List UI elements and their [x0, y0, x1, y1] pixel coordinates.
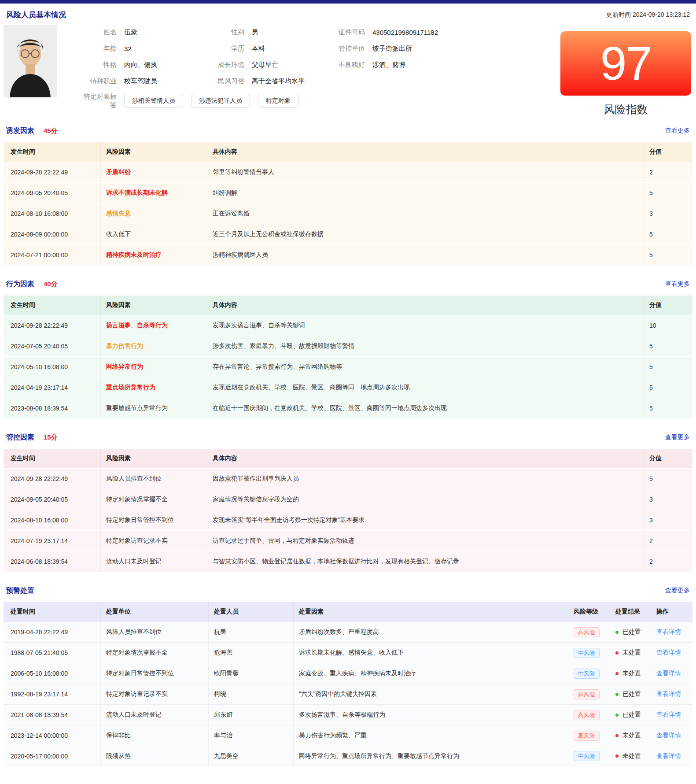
status-dot-icon: [615, 651, 619, 655]
cell-time: 2006-05-10 16:08:00: [4, 663, 100, 684]
field-label: 证件号码: [327, 28, 365, 37]
column-header: 风险因素: [100, 142, 207, 162]
section-title: 诱发因素: [6, 126, 34, 136]
cell-risk-level: 高风险: [568, 705, 610, 725]
table-row: 1988-07-05 21:40:05特定对象情况掌握不全危海善诉求长期未化解、…: [4, 642, 692, 663]
section-score: 45分: [44, 127, 58, 135]
risk-level-badge: 高风险: [574, 710, 600, 720]
view-detail-link[interactable]: 查看详情: [656, 752, 681, 760]
status-dot-icon: [615, 714, 619, 717]
update-time-value: 2024-09-20 13:23:12: [633, 11, 690, 18]
cell-result: 未处置: [610, 663, 651, 684]
cell-risk-level: 中风险: [568, 663, 610, 684]
cell-time: 2024-09-28 22:22:49: [4, 162, 100, 182]
view-detail-link[interactable]: 查看详情: [656, 732, 681, 740]
view-more-link[interactable]: 查看更多: [665, 433, 690, 441]
tags-label: 特定对象标签: [79, 92, 117, 109]
cell-score: 3: [644, 489, 692, 510]
table-row: 2024-06-08 18:39:54流动人口未及时登记与智慧安防小区、物业登记…: [4, 551, 692, 572]
special-tag[interactable]: 特定对象: [258, 94, 298, 108]
cell-factor: 诉求长期未化解、感情失意、收入低下: [293, 643, 568, 663]
status-dot-icon: [615, 631, 619, 634]
status-dot-icon: [615, 734, 619, 737]
cell-time: 2024-07-21 00:00:00: [4, 245, 100, 265]
top-accent-bar: [0, 0, 696, 4]
table-row: 2024-09-28 22:22:49扬言滋事、自杀等行为发现多次扬言滋事、自杀…: [4, 315, 692, 336]
update-time: 更新时间 2024-09-20 13:23:12: [606, 11, 690, 19]
cell-time: 2021-08-08 18:39:54: [4, 705, 100, 725]
view-more-link[interactable]: 查看更多: [665, 587, 690, 595]
cell-person: 杭美: [208, 622, 293, 642]
risk-level-badge: 高风险: [574, 689, 600, 699]
cell-time: 2024-09-28 22:22:49: [4, 469, 100, 489]
update-time-label: 更新时间: [606, 11, 631, 18]
table-header-row: 发生时间风险因素具体内容分值: [4, 142, 692, 162]
table-row: 2023-08-08 18:39:54重要敏感节点异常行为在临近十一国庆期间，在…: [4, 398, 692, 418]
cell-risk-factor: 流动人口未及时登记: [100, 551, 207, 572]
cell-content: 在临近十一国庆期间，在党政机关、学校、医院、景区、商圈等同一地点周边多次出现: [207, 398, 644, 418]
cell-time: 2024-07-19 23:17:14: [4, 531, 100, 551]
field-value: 高于全省平均水平: [252, 77, 305, 85]
field-value: 校车驾驶员: [124, 77, 157, 85]
view-detail-link[interactable]: 查看详情: [656, 628, 681, 636]
view-more-link[interactable]: 查看更多: [665, 127, 690, 135]
cell-action: 查看详情: [651, 746, 692, 766]
person-portrait-image: [4, 25, 57, 97]
cell-risk-factor: 特定对象情况掌握不全: [100, 489, 207, 510]
cell-result: 已处置: [610, 684, 651, 704]
risk-index-panel: 97 风险指数: [560, 31, 691, 117]
field-label: 成长环境: [205, 61, 244, 69]
risk-index-label: 风险指数: [560, 102, 691, 117]
table-row: 2021-08-08 18:39:54流动人口未及时登记邱东妍多次扬言滋事、自杀…: [4, 704, 692, 725]
column-header: 处置时间: [4, 602, 100, 621]
cell-risk-level: 高风险: [568, 622, 610, 642]
cell-unit: 眼须从热: [100, 746, 208, 766]
cell-action: 查看详情: [651, 663, 692, 684]
view-detail-link[interactable]: 查看详情: [656, 711, 681, 719]
factor-sections: 诱发因素45分查看更多发生时间风险因素具体内容分值2024-09-28 22:2…: [4, 126, 692, 766]
cell-action: 查看详情: [651, 643, 692, 663]
cell-result: 未处置: [610, 746, 651, 766]
cell-factor: 网络异常行为、重点场所异常行为、重要敏感节点异常行为: [293, 746, 568, 766]
cell-result: 未处置: [610, 643, 651, 663]
cell-risk-factor: 风险人员排查不到位: [100, 469, 207, 489]
cell-risk-level: 中风险: [568, 746, 610, 766]
cell-person: 危海善: [208, 643, 293, 663]
risk-person-page: 风险人员基本情况 更新时间 2024-09-20 13:23:12 姓名伍豪性别…: [0, 10, 696, 766]
cell-score: 5: [644, 357, 692, 377]
tags-list: 涉相关警情人员涉违法犯罪人员特定对象: [117, 94, 298, 108]
cell-risk-factor: 诉求不满或长期未化解: [100, 183, 207, 203]
status-dot-icon: [615, 672, 619, 675]
cell-person: 欧阳青馨: [208, 663, 293, 684]
view-detail-link[interactable]: 查看详情: [656, 669, 681, 677]
view-detail-link[interactable]: 查看详情: [656, 649, 681, 657]
cell-result: 已处置: [610, 622, 651, 642]
cell-score: 3: [644, 203, 692, 224]
cell-time: 2023-08-08 18:39:54: [4, 398, 100, 418]
column-header: 发生时间: [4, 142, 100, 162]
column-header: 具体内容: [207, 296, 644, 315]
cell-time: 2024-08-09 00:00:00: [4, 224, 100, 244]
cell-unit: 特定对象情况掌握不全: [100, 643, 208, 663]
status-dot-icon: [615, 693, 619, 696]
section-header: 行为因素40分查看更多: [6, 279, 690, 289]
cell-score: 5: [644, 245, 692, 265]
column-header: 风险因素: [100, 449, 207, 468]
column-header: 具体内容: [207, 142, 644, 162]
cell-time: 2024-07-05 20:40:05: [4, 336, 100, 356]
cell-time: 2024-08-10 16:08:00: [4, 510, 100, 530]
field-value: 男: [252, 28, 258, 37]
cell-risk-factor: 网络异常行为: [100, 357, 207, 377]
column-header: 分值: [644, 449, 692, 468]
cell-risk-factor: 特定对象访查记录不实: [100, 531, 207, 551]
view-more-link[interactable]: 查看更多: [665, 280, 690, 288]
cell-score: 3: [644, 510, 692, 530]
table-row: 2023-12-14 00:00:00保律非比率与治暴力伤害行为频繁、严重高风险…: [4, 725, 692, 746]
cell-score: 2: [644, 531, 692, 551]
special-tag[interactable]: 涉违法犯罪人员: [191, 94, 250, 108]
view-detail-link[interactable]: 查看详情: [656, 690, 681, 698]
cell-time: 2024-09-05 20:40:05: [4, 489, 100, 510]
cell-action: 查看详情: [651, 622, 692, 642]
cell-time: 2024-09-05 20:40:05: [4, 183, 100, 203]
special-tag[interactable]: 涉相关警情人员: [124, 94, 183, 108]
